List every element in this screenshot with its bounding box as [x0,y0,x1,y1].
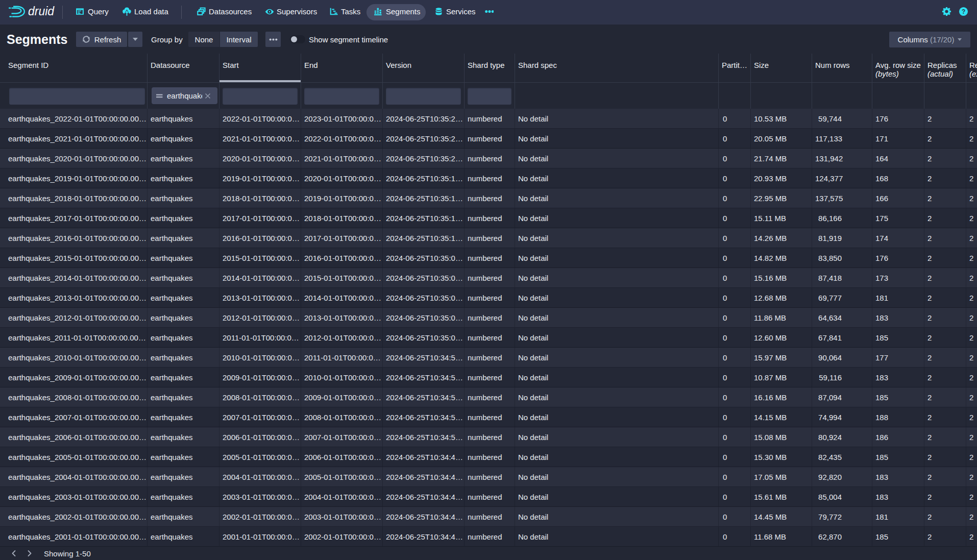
svg-text:?: ? [962,8,965,15]
